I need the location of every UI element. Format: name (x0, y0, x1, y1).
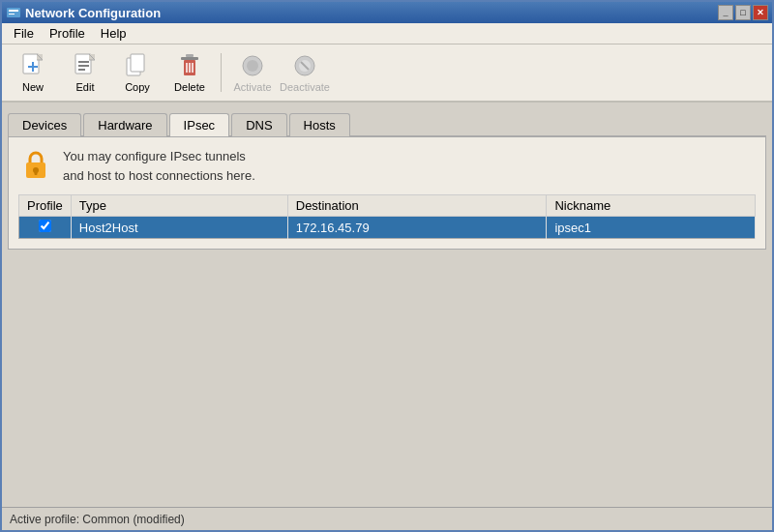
svg-point-21 (247, 60, 258, 72)
edit-label: Edit (76, 81, 95, 93)
titlebar-left: Network Configuration (6, 5, 161, 20)
tab-bar: Devices Hardware IPsec DNS Hosts (8, 108, 766, 137)
svg-rect-16 (186, 54, 194, 57)
menu-help[interactable]: Help (93, 24, 134, 43)
tab-hosts[interactable]: Hosts (289, 113, 350, 136)
minimize-button[interactable]: _ (718, 5, 733, 20)
activate-label: Activate (233, 81, 271, 93)
menu-profile[interactable]: Profile (42, 24, 93, 43)
new-label: New (22, 81, 44, 93)
edit-icon (72, 52, 99, 79)
menu-file[interactable]: File (6, 24, 42, 43)
activate-button[interactable]: Activate (227, 47, 278, 98)
svg-rect-1 (9, 10, 18, 12)
row-nickname: ipsec1 (547, 217, 756, 239)
deactivate-icon (291, 52, 318, 79)
toolbar-separator (221, 53, 222, 92)
close-button[interactable]: ✕ (753, 5, 768, 20)
col-type: Type (71, 195, 287, 217)
svg-rect-27 (35, 170, 38, 175)
copy-button[interactable]: Copy (112, 47, 163, 98)
menubar: File Profile Help (2, 23, 772, 44)
titlebar-controls: _ □ ✕ (718, 5, 768, 20)
tab-dns[interactable]: DNS (231, 113, 286, 136)
table-row[interactable]: Host2Host172.16.45.79ipsec1 (19, 217, 756, 239)
info-text: You may configure IPsec tunnels and host… (63, 147, 255, 185)
ipsec-table: Profile Type Destination Nickname Host2H… (18, 194, 756, 239)
row-checkbox-cell (19, 217, 72, 239)
tab-devices[interactable]: Devices (8, 113, 81, 136)
content-area: You may configure IPsec tunnels and host… (8, 137, 766, 250)
maximize-button[interactable]: □ (735, 5, 751, 20)
tab-hardware[interactable]: Hardware (83, 113, 166, 136)
svg-rect-0 (7, 8, 20, 17)
statusbar: Active profile: Common (modified) (2, 507, 772, 530)
svg-rect-7 (75, 54, 91, 74)
svg-rect-2 (9, 14, 15, 15)
svg-rect-15 (181, 57, 198, 60)
titlebar: Network Configuration _ □ ✕ (2, 2, 772, 23)
window-body: Devices Hardware IPsec DNS Hosts You may… (2, 103, 772, 530)
activate-icon (239, 52, 266, 79)
lock-icon (18, 147, 53, 182)
edit-button[interactable]: Edit (60, 47, 110, 98)
col-profile-check: Profile (19, 195, 72, 217)
col-nickname: Nickname (547, 195, 756, 217)
col-destination: Destination (287, 195, 547, 217)
delete-button[interactable]: Delete (164, 47, 215, 98)
info-line1: You may configure IPsec tunnels (63, 147, 255, 166)
app-icon (6, 5, 21, 20)
info-line2: and host to host connections here. (63, 166, 255, 186)
statusbar-text: Active profile: Common (modified) (10, 513, 185, 526)
delete-icon (176, 52, 203, 79)
table-header-row: Profile Type Destination Nickname (19, 195, 756, 217)
row-type: Host2Host (71, 217, 287, 239)
deactivate-label: Deactivate (280, 81, 330, 93)
toolbar: New Edit Copy (2, 44, 772, 103)
row-checkbox[interactable] (39, 220, 51, 232)
svg-rect-13 (131, 54, 144, 72)
row-destination: 172.16.45.79 (287, 217, 547, 239)
titlebar-title: Network Configuration (25, 6, 161, 20)
copy-icon (124, 52, 151, 79)
delete-label: Delete (174, 81, 205, 93)
main-window: Network Configuration _ □ ✕ File Profile… (0, 0, 774, 532)
info-box: You may configure IPsec tunnels and host… (18, 147, 756, 185)
new-button[interactable]: New (8, 47, 58, 98)
new-icon (19, 52, 46, 79)
svg-rect-3 (23, 54, 39, 74)
deactivate-button[interactable]: Deactivate (280, 47, 330, 98)
tab-ipsec[interactable]: IPsec (169, 113, 230, 136)
copy-label: Copy (125, 81, 150, 93)
